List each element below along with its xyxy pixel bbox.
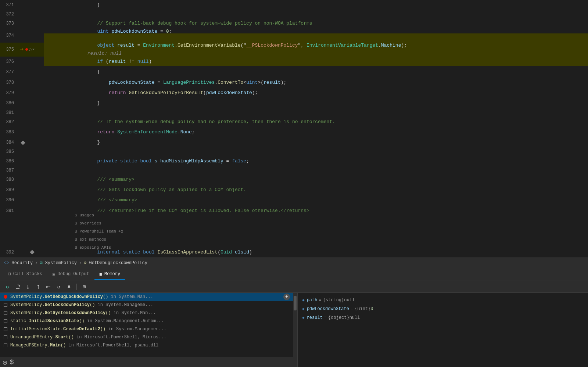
code-lines: 371 } 372 373 // Support fall-back debug: [0, 0, 588, 258]
cs-method-0: SystemPolicy.GetDebugLockdownPolicy(): [10, 294, 108, 299]
tab-memory[interactable]: ▦ Memory: [94, 269, 125, 280]
line-number: 375: [0, 46, 18, 54]
breadcrumb-code-icon: <>: [4, 260, 10, 266]
step-over-button[interactable]: [13, 283, 22, 291]
cs-gray-icon-4: [3, 327, 8, 332]
call-stack-item-5[interactable]: UnmanagedPSEntry.Start() in Microsoft.Po…: [0, 333, 293, 341]
line-number: 391: [0, 207, 18, 215]
line-number: 379: [0, 89, 18, 97]
cs-lib-4: in System.Managemer...: [105, 327, 166, 332]
breadcrumb-method[interactable]: ⊕ GetDebugLockdownPolicy: [84, 260, 147, 266]
add-button-0[interactable]: +: [282, 294, 290, 300]
breadcrumb-systempolicy[interactable]: ⊡ SystemPolicy: [40, 260, 77, 266]
step-out-icon: [35, 284, 42, 290]
breadcrumb-security-label: Security: [12, 260, 33, 266]
breadcrumb-systempolicy-label: SystemPolicy: [45, 260, 77, 266]
svg-marker-0: [19, 285, 20, 287]
step-back-button[interactable]: [44, 283, 53, 291]
line-number: 371: [0, 1, 18, 9]
bottom-tabs: ⊟ Call Stacks ▣ Debug Output ▦ Memory: [0, 268, 588, 281]
var-item-path: ◈ path = {string} null: [301, 296, 585, 305]
line-number: 388: [0, 176, 18, 184]
cs-gray-icon-6: [3, 343, 8, 348]
var-name-result: result: [307, 314, 323, 321]
tab-call-stacks-label: Call Stacks: [13, 271, 42, 277]
cs-method-6: ManagedPSEntry.Main(): [10, 343, 66, 348]
call-stack-item-0[interactable]: SystemPolicy.GetDebugLockdownPolicy() in…: [0, 293, 293, 301]
memory-icon: ▦: [100, 271, 102, 277]
var-equals-pdw: =: [351, 305, 353, 313]
eye-icon[interactable]: ◎: [3, 358, 7, 366]
terminal-icon[interactable]: $: [10, 359, 14, 366]
var-value-path: null: [344, 296, 355, 304]
breadcrumb-method-label: GetDebugLockdownPolicy: [89, 260, 147, 266]
var-name-path: path: [307, 296, 318, 304]
variables-panel: ◈ path = {string} null ◈ pdwLockdownStat…: [298, 293, 588, 367]
breadcrumb-security[interactable]: Security: [12, 260, 33, 266]
cs-method-2: SystemPolicy.GetSystemLockdownPolicy(): [10, 310, 111, 316]
line-number: 373: [0, 19, 18, 28]
call-stack-item-2[interactable]: SystemPolicy.GetSystemLockdownPolicy() i…: [0, 309, 293, 317]
line-content[interactable]: internal static bool IsClassInApprovedLi…: [44, 240, 588, 258]
cs-scroll-container: SystemPolicy.GetDebugLockdownPolicy() in…: [0, 293, 297, 357]
code-line-371: 371 }: [0, 0, 588, 10]
continue-button[interactable]: ↻: [3, 283, 12, 291]
call-stack-item-3[interactable]: static InitialSessionState() in System.M…: [0, 317, 293, 325]
cs-gray-icon-2: [3, 310, 8, 316]
code-line-392: 392 internal static bool IsClassInApprov…: [0, 247, 588, 258]
svg-marker-3: [27, 288, 29, 289]
var-type-result: {object}: [328, 314, 349, 321]
disconnect-button[interactable]: ✖: [65, 283, 74, 291]
step-icon: ◌: [29, 46, 32, 54]
line-number: 392: [0, 248, 18, 256]
line-number: 384: [0, 138, 18, 147]
cs-gray-icon-3: [3, 319, 8, 324]
line-number: .: [0, 227, 18, 235]
tab-call-stacks[interactable]: ⊟ Call Stacks: [3, 269, 47, 280]
tab-debug-output[interactable]: ▣ Debug Output: [47, 269, 94, 280]
breakpoint-icon: ●: [25, 46, 29, 54]
cs-scrollbar[interactable]: [293, 293, 297, 357]
var-icon-pdw: ◈: [302, 305, 305, 313]
line-number: 376: [0, 58, 18, 66]
call-stack-item-4[interactable]: InitialSessionState.CreateDefault2() in …: [0, 325, 293, 333]
cs-lib-2: in System.Man...: [111, 310, 156, 316]
line-number: 385: [0, 148, 18, 156]
line-number: 378: [0, 79, 18, 87]
code-line-384: 384 }: [0, 137, 588, 148]
class-icon: ⊡: [40, 260, 42, 266]
close-icon: ✕: [32, 46, 35, 54]
call-stack-list: SystemPolicy.GetDebugLockdownPolicy() in…: [0, 293, 293, 357]
tab-memory-label: Memory: [104, 271, 120, 277]
svg-marker-7: [47, 286, 48, 288]
add-icon[interactable]: +: [283, 294, 290, 300]
cs-scroll-thumb: [294, 296, 297, 310]
diamond-icon: [30, 250, 35, 255]
call-stack-panel: SystemPolicy.GetDebugLockdownPolicy() in…: [0, 293, 298, 367]
code-line-386: 386 private static bool s_hadMissingWldp…: [0, 156, 588, 166]
var-value-result: null: [349, 314, 360, 321]
breakpoints-button[interactable]: ⊞: [80, 283, 89, 291]
method-icon: ⊕: [84, 260, 86, 266]
call-stack-item-1[interactable]: SystemPolicy.GetLockdownPolicy() in Syst…: [0, 301, 293, 309]
tab-debug-output-label: Debug Output: [57, 271, 89, 277]
code-area: 371 } 372 373 // Support fall-back debug: [0, 0, 588, 258]
var-item-pdwlockdownstate: ◈ pdwLockdownState = {uint} 0: [301, 305, 585, 313]
step-out-button[interactable]: [34, 283, 43, 291]
step-back-icon: [45, 284, 52, 290]
line-number: 381: [0, 109, 18, 117]
line-number: 382: [0, 118, 18, 126]
var-equals-path: =: [319, 296, 321, 304]
line-number: 390: [0, 196, 18, 204]
bottom-panel: ⊟ Call Stacks ▣ Debug Output ▦ Memory ↻: [0, 268, 588, 367]
line-number: 380: [0, 99, 18, 107]
cs-lib-3: in System.Management.Autom...: [85, 319, 164, 324]
restart-button[interactable]: ↺: [54, 283, 63, 291]
cs-lib-0: in System.Man...: [108, 294, 153, 299]
cs-footer: ◎ $: [0, 357, 297, 367]
step-into-button[interactable]: [24, 283, 32, 291]
line-gutter: [18, 141, 44, 144]
line-number: 377: [0, 68, 18, 76]
cs-red-dot-icon: [3, 294, 8, 299]
call-stack-item-6[interactable]: ManagedPSEntry.Main() in Microsoft.Power…: [0, 341, 293, 349]
